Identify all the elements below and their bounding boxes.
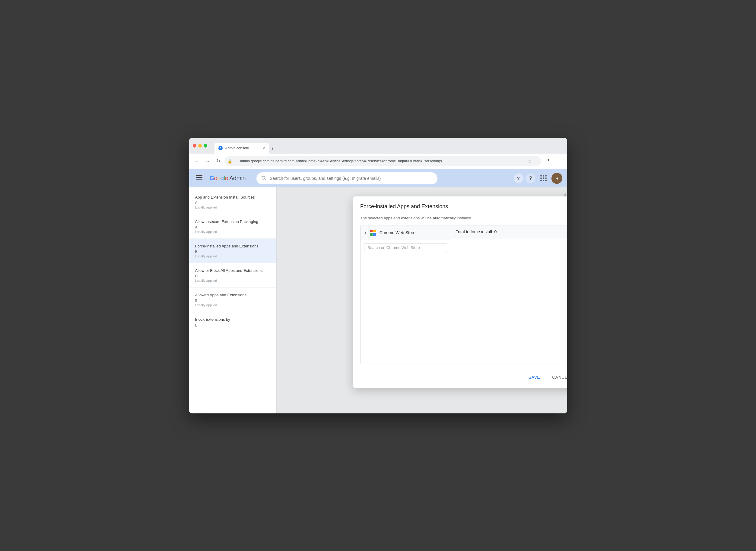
more-menu-button[interactable]: ⋮ (555, 156, 564, 166)
admin-search-input[interactable] (270, 176, 433, 181)
panel-header-left: ‹ Chrome Web Store (360, 225, 451, 240)
grid-dot (543, 180, 544, 181)
toolbar-icons: ⋮ (544, 156, 564, 166)
grid-dot (545, 175, 547, 176)
grid-dot (543, 175, 544, 176)
sidebar-item-badge: A (195, 201, 270, 205)
svg-rect-3 (196, 179, 202, 179)
grid-dot (540, 177, 542, 179)
traffic-lights (193, 144, 207, 147)
menu-button[interactable] (194, 172, 205, 184)
sidebar-item-force-installed[interactable]: Force-installed Apps and Extensions B Lo… (189, 239, 276, 263)
main-content: Force-installed Apps and Extensions × Th… (277, 187, 567, 413)
google-text: G (210, 175, 214, 181)
bookmark-icon[interactable]: ☆ (528, 159, 532, 163)
svg-rect-1 (196, 175, 202, 176)
maximize-traffic-light[interactable] (204, 144, 207, 147)
force-install-count: Total to force install: 0 (456, 229, 497, 234)
google-admin-logo: Google Admin (210, 175, 246, 182)
sidebar-item-sub: Locally applied (195, 205, 270, 209)
apps-grid-button[interactable] (538, 172, 549, 184)
url-text: admin.google.com/helperbird.com/AdminHom… (234, 159, 442, 163)
search-bar (256, 172, 438, 184)
modal-dialog: Force-installed Apps and Extensions × Th… (353, 196, 567, 388)
modal-body: The selected apps and extensions will be… (353, 211, 567, 369)
sidebar-item-install-sources[interactable]: App and Extension Install Sources A Loca… (189, 190, 276, 214)
sidebar-item-title: Allowed Apps and Extensions (195, 293, 270, 298)
panel-left: ‹ Chrome Web Store (360, 225, 451, 364)
forward-button[interactable]: → (204, 157, 212, 165)
sidebar-item-sub: Locally applied (195, 254, 270, 258)
chrome-store-label: Chrome Web Store (380, 230, 416, 235)
svg-rect-11 (373, 233, 376, 236)
refresh-button[interactable]: ↻ (214, 157, 222, 165)
sidebar-item-sub: Locally applied (195, 279, 270, 283)
modal-footer: SAVE CANCEL (353, 369, 567, 388)
panel-right-content (451, 238, 567, 364)
page-body: App and Extension Install Sources A Loca… (189, 187, 567, 413)
sidebar-item-badge: 0 (195, 299, 270, 303)
help-button-2[interactable]: ? (526, 173, 536, 183)
svg-line-5 (264, 179, 266, 180)
url-display[interactable]: 🔒 admin.google.com/helperbird.com/AdminH… (224, 156, 541, 166)
sidebar-item-insecure-packaging[interactable]: Allow Insecure Extension Packaging A Loc… (189, 214, 276, 239)
back-arrow-button[interactable]: ‹ (365, 230, 366, 235)
chrome-store-icon (369, 229, 376, 236)
back-button[interactable]: ← (193, 157, 201, 165)
active-tab[interactable]: Admin console × (214, 143, 269, 153)
sidebar-item-title: Block Extensions by (195, 317, 270, 322)
modal-panels: ‹ Chrome Web Store (360, 225, 567, 364)
sidebar-item-block-extensions[interactable]: Block Extensions by B (189, 312, 276, 333)
grid-dot (540, 180, 542, 181)
grid-dot (545, 180, 547, 181)
sidebar-item-allow-block[interactable]: Allow or Block All Apps and Extensions C… (189, 263, 276, 288)
sidebar-item-badge: A (195, 225, 270, 229)
modal-description: The selected apps and extensions will be… (360, 216, 567, 220)
tab-close-button[interactable]: × (262, 146, 265, 150)
tab-favicon-icon (218, 146, 223, 150)
close-traffic-light[interactable] (193, 144, 196, 147)
sidebar-item-sub: Locally applied (195, 303, 270, 307)
panel-right-header: Total to force install: 0 (451, 225, 567, 238)
grid-dot (540, 175, 542, 176)
user-avatar[interactable]: H (552, 173, 562, 184)
browser-window: Admin console × + ← → ↻ 🔒 admin.google.c… (189, 138, 567, 413)
svg-rect-2 (196, 177, 202, 178)
extensions-button[interactable] (544, 156, 553, 166)
content-area: Google Admin ? ? (189, 169, 567, 413)
panel-right: Total to force install: 0 (451, 225, 567, 364)
title-bar: Admin console × + (189, 138, 567, 153)
svg-text:H: H (555, 176, 558, 181)
chrome-store-search-input[interactable] (364, 243, 447, 252)
svg-point-4 (262, 176, 265, 179)
search-icon (261, 176, 267, 181)
address-bar-inner: 🔒 admin.google.com/helperbird.com/AdminH… (224, 156, 541, 166)
grid-dot (545, 177, 547, 179)
minimize-traffic-light[interactable] (198, 144, 202, 147)
svg-rect-9 (373, 229, 376, 232)
sidebar-item-badge: B (195, 249, 270, 254)
sidebar-item-title: App and Extension Install Sources (195, 195, 270, 200)
sidebar-item-title: Force-installed Apps and Extensions (195, 243, 270, 249)
sidebar-item-title: Allow or Block All Apps and Extensions (195, 268, 270, 273)
header-right-icons: ? ? H (514, 172, 562, 184)
admin-header: Google Admin ? ? (189, 169, 567, 187)
sidebar-item-badge: B (195, 323, 270, 328)
search-wrapper (256, 172, 438, 184)
lock-icon: 🔒 (227, 159, 232, 163)
modal-header: Force-installed Apps and Extensions × (353, 196, 567, 211)
grid-dot (543, 177, 544, 179)
new-tab-button[interactable]: + (269, 146, 277, 152)
hamburger-icon (196, 174, 202, 180)
sidebar-item-title: Allow Insecure Extension Packaging (195, 219, 270, 224)
help-button-1[interactable]: ? (514, 173, 524, 183)
cancel-button[interactable]: CANCEL (547, 372, 567, 382)
sidebar-content: App and Extension Install Sources A Loca… (189, 187, 277, 413)
save-button[interactable]: SAVE (524, 372, 545, 382)
panel-left-content (360, 255, 451, 364)
svg-rect-8 (370, 229, 372, 232)
sidebar-item-badge: C (195, 274, 270, 278)
address-bar: ← → ↻ 🔒 admin.google.com/helperbird.com/… (189, 153, 567, 169)
sidebar-item-allowed-apps[interactable]: Allowed Apps and Extensions 0 Locally ap… (189, 288, 276, 312)
sidebar-item-sub: Locally applied (195, 230, 270, 233)
